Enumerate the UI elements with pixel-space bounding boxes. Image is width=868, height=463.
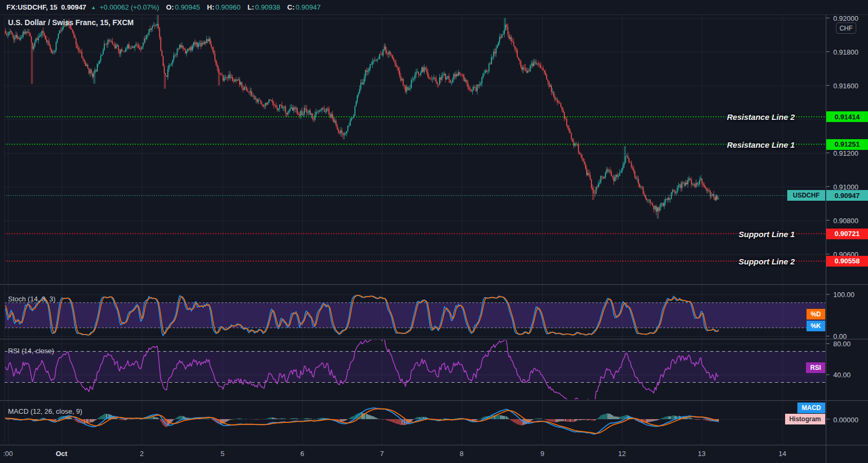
low-label: L: xyxy=(248,3,254,11)
time-axis-label: :00 xyxy=(3,450,13,458)
stoch-percent-d-badge: %D xyxy=(806,309,825,320)
last-price: 0.90947 xyxy=(61,3,86,11)
time-axis-label: 7 xyxy=(380,450,383,458)
time-axis-label: 9 xyxy=(540,450,544,458)
macd-legend[interactable]: MACD (12, 26, close, 9) xyxy=(8,407,82,415)
chart-title-legend[interactable]: U.S. Dollar / Swiss Franc, 15, FXCM xyxy=(8,18,134,27)
level-price-badge: 0.91414 xyxy=(826,111,868,122)
open-value: 0.90945 xyxy=(175,3,200,11)
price-change: +0.00062 (+0.07%) xyxy=(99,3,159,11)
rsi-badge: RSI xyxy=(806,362,825,373)
stoch-legend[interactable]: Stoch (14, 3, 3) xyxy=(8,295,56,303)
time-axis-label: 12 xyxy=(618,450,626,458)
price-axis-label: 0.91200 xyxy=(833,149,858,157)
price-axis-label: 0.91600 xyxy=(833,81,858,89)
rsi-axis-tick: 40.00 xyxy=(833,371,851,379)
price-axis-label: 0.90800 xyxy=(833,216,858,224)
chart-canvas[interactable] xyxy=(0,0,868,463)
price-axis-label: 0.92000 xyxy=(833,14,858,22)
time-axis-label: 5 xyxy=(220,450,224,458)
currency-chip[interactable]: CHF xyxy=(836,22,856,34)
price-up-arrow-icon: ▲ xyxy=(91,5,96,10)
time-axis-label: 6 xyxy=(300,450,304,458)
level-price-badge: 0.91251 xyxy=(826,139,868,150)
macd-badge: MACD xyxy=(797,403,825,413)
stoch-axis-tick: 0.00 xyxy=(833,332,847,340)
open-label: O: xyxy=(166,3,174,11)
macd-histogram-badge: Histogram xyxy=(785,414,825,424)
time-axis-label: 2 xyxy=(140,450,143,458)
time-axis-label: Oct xyxy=(56,450,67,458)
level-line-label: Support Line 1 xyxy=(739,229,795,238)
last-price-badge: 0.90947 xyxy=(826,190,868,201)
level-line-label: Resistance Line 1 xyxy=(727,140,795,149)
close-label: C: xyxy=(287,3,295,11)
tradingview-chart-window: FX:USDCHF, 15 0.90947 ▲ +0.00062 (+0.07%… xyxy=(0,0,868,463)
macd-axis-tick: 0.00000 xyxy=(833,416,858,424)
level-line-label: Support Line 2 xyxy=(739,256,795,265)
rsi-axis-tick: 80.00 xyxy=(833,340,851,348)
time-axis-label: 8 xyxy=(459,450,463,458)
low-value: 0.90938 xyxy=(255,3,280,11)
time-axis-label: 14 xyxy=(779,450,786,458)
time-axis-label: 13 xyxy=(698,450,705,458)
symbol-info-bar: FX:USDCHF, 15 0.90947 ▲ +0.00062 (+0.07%… xyxy=(0,0,868,14)
stoch-percent-k-badge: %K xyxy=(806,321,825,331)
level-price-badge: 0.90721 xyxy=(826,229,868,239)
price-axis-label: 0.91800 xyxy=(833,48,858,56)
level-price-badge: 0.90558 xyxy=(826,256,868,267)
price-axis-label: 0.91000 xyxy=(833,183,858,191)
high-value: 0.90960 xyxy=(216,3,241,11)
symbol-name[interactable]: FX:USDCHF, 15 xyxy=(6,3,57,11)
rsi-legend[interactable]: RSI (14, close) xyxy=(8,347,54,355)
close-value: 0.90947 xyxy=(296,3,321,11)
high-label: H: xyxy=(207,3,214,11)
stoch-axis-tick: 100.00 xyxy=(833,291,855,299)
last-price-symbol-badge: USDCHF xyxy=(787,190,825,201)
level-line-label: Resistance Line 2 xyxy=(727,112,795,122)
